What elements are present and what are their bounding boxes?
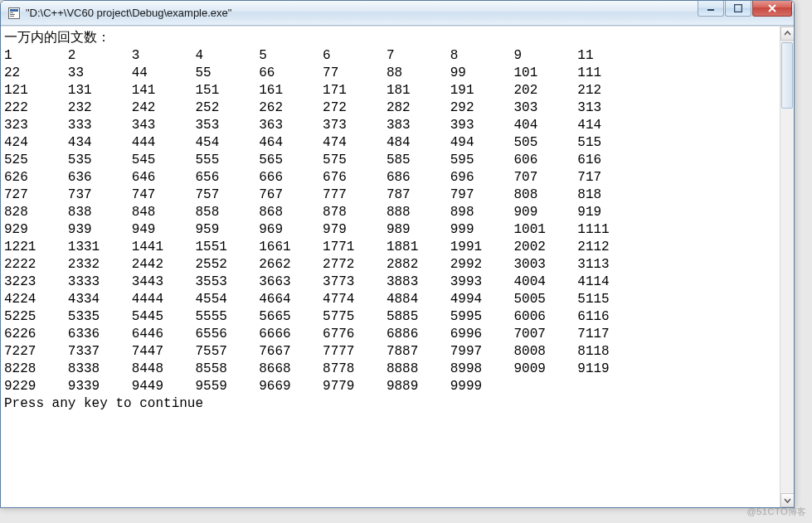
console-output: 一万内的回文数： 1 2 3 4 5 6 7 8 9 11 22 33 44 5… [1, 27, 780, 507]
svg-rect-2 [10, 12, 13, 13]
window-title: "D:\C++\VC60 project\Debug\example.exe" [26, 7, 231, 19]
scroll-track[interactable] [780, 41, 794, 493]
console-app-icon [7, 7, 21, 20]
vertical-scrollbar[interactable] [780, 27, 794, 507]
svg-rect-6 [735, 4, 742, 12]
svg-rect-3 [10, 14, 15, 15]
svg-rect-1 [10, 9, 18, 12]
minimize-icon [707, 4, 715, 12]
titlebar[interactable]: "D:\C++\VC60 project\Debug\example.exe" [1, 1, 794, 26]
svg-rect-4 [10, 16, 14, 17]
scroll-up-button[interactable] [780, 27, 794, 41]
watermark: @51CTO博客 [747, 506, 807, 518]
close-icon [767, 4, 777, 12]
chevron-down-icon [784, 496, 791, 504]
close-button[interactable] [752, 0, 792, 17]
window-controls [697, 1, 792, 25]
chevron-up-icon [784, 30, 791, 37]
maximize-button[interactable] [725, 0, 751, 17]
scroll-thumb[interactable] [781, 42, 793, 109]
maximize-icon [734, 4, 742, 12]
console-window: "D:\C++\VC60 project\Debug\example.exe" … [0, 0, 795, 508]
minimize-button[interactable] [698, 0, 724, 17]
client-area: 一万内的回文数： 1 2 3 4 5 6 7 8 9 11 22 33 44 5… [1, 26, 794, 507]
svg-rect-5 [707, 9, 714, 11]
